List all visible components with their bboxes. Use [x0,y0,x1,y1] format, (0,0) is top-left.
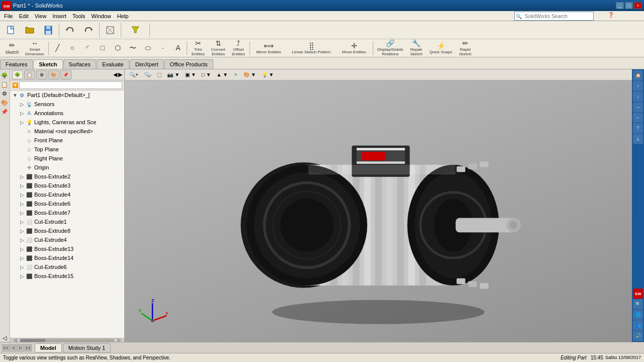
tree-item-top-plane[interactable]: ◇ Top Plane [10,145,124,154]
be7-expand[interactable]: ▷ [19,210,25,216]
tab-dimxpert[interactable]: DimXpert [130,59,164,69]
menu-tools[interactable]: Tools [69,12,89,20]
view-home-btn[interactable]: 🏠 [633,70,643,80]
menu-insert[interactable]: Insert [49,12,69,20]
zoom-fit-btn[interactable]: ⬚ [154,70,164,79]
panel-minimize-btn[interactable]: ◀ [113,71,117,78]
open-button[interactable] [21,24,39,37]
annotations-expand[interactable]: ▷ [19,110,25,116]
tree-item-boss-extrude13[interactable]: ▷ ⬛ Boss-Extrude13 [10,244,124,253]
arc-button[interactable]: ◜ [80,42,95,54]
be4-expand[interactable]: ▷ [19,192,25,198]
hide-show-btn[interactable]: □ ▼ [199,70,214,79]
tree-item-cut-extrude1[interactable]: ▷ ⬜ Cut-Extrude1 [10,217,124,226]
scroll-right[interactable]: ▷ [114,338,124,342]
zoom-in-btn[interactable]: 🔍+ [127,70,141,79]
volume-btn[interactable]: 🔊 [633,331,643,341]
cm-tab-btn[interactable]: ⚙ [36,70,47,79]
mirror-entities-button[interactable]: ⟺ Mirror Entities [251,40,286,56]
community-btn[interactable]: 👥 [633,320,643,330]
view-left-icon[interactable]: ◁ [1,334,9,342]
be15-expand[interactable]: ▷ [19,273,25,279]
polygon-button[interactable]: ⬡ [110,42,125,54]
save-button[interactable] [39,24,57,37]
menu-help[interactable]: Help [114,12,132,20]
tree-item-boss-extrude14[interactable]: ▷ ⬛ Boss-Extrude14 [10,253,124,262]
tree-item-right-plane[interactable]: ◇ Right Plane [10,154,124,163]
rapid-sketch-button[interactable]: ✏ RapidSketch [455,38,475,58]
pm-tab-btn[interactable]: 📋 [24,70,35,79]
be3-expand[interactable]: ▷ [19,183,25,189]
view-top-btn[interactable]: ⊤ [633,123,643,133]
close-button[interactable]: × [634,2,642,9]
view-orientation-btn[interactable]: 📷 ▼ [165,70,182,79]
menu-view[interactable]: View [32,12,50,20]
scroll-left[interactable]: ◁ [10,338,20,342]
new-button[interactable] [2,24,20,37]
tree-item-cut-extrude4[interactable]: ▷ ⬜ Cut-Extrude4 [10,235,124,244]
view-selector[interactable] [101,24,119,37]
tab-evaluate[interactable]: Evaluate [97,59,129,69]
spline-button[interactable]: 〜 [125,42,140,54]
view-front-btn[interactable]: ↑ [633,81,643,91]
tree-item-cut-extrude6[interactable]: ▷ ⬜ Cut-Extrude6 [10,262,124,272]
tree-item-boss-extrude3[interactable]: ▷ ⬛ Boss-Extrude3 [10,181,124,190]
bottom-tab-motion-study[interactable]: Motion Study 1 [63,343,111,352]
minimize-button[interactable]: _ [616,2,624,9]
appearance-manager-icon[interactable]: 🎨 [1,99,9,107]
ce6-expand[interactable]: ▷ [19,264,25,270]
ellipse-button[interactable]: ⬭ [140,42,155,54]
tree-item-annotations[interactable]: ▷ A Annotations [10,109,124,118]
selection-filter[interactable] [123,24,148,37]
view-back-btn[interactable]: ↓ [633,92,643,102]
undo-button[interactable] [61,24,79,37]
lights-expand[interactable]: ▷ [19,119,25,125]
sensors-expand[interactable]: ▷ [19,101,25,107]
scroll-thumb[interactable] [20,339,45,342]
nav-prev-btn[interactable]: ◁ [10,344,17,351]
be14-expand[interactable]: ▷ [19,255,25,261]
realview-btn[interactable]: ☀ [231,70,240,79]
search-input[interactable] [523,12,593,20]
be2-expand[interactable]: ▷ [19,173,25,179]
rect-button[interactable]: □ [95,42,110,54]
tree-item-boss-extrude8[interactable]: ▷ ⬛ Boss-Extrude8 [10,226,124,235]
convert-entities-button[interactable]: ⇅ ConvertEntities [208,38,228,58]
tree-tab-btn[interactable]: 🌳 [12,70,23,79]
tab-features[interactable]: Features [0,59,33,69]
tab-sketch[interactable]: Sketch [33,59,62,69]
tree-item-boss-extrude7[interactable]: ▷ ⬛ Boss-Extrude7 [10,208,124,217]
display-delete-button[interactable]: 🔗 Display/DeleteRelations [374,38,407,58]
root-expand[interactable]: ▼ [12,92,18,98]
point-button[interactable]: · [155,42,171,54]
tree-item-sensors[interactable]: ▷ 📡 Sensors [10,100,124,109]
maximize-button[interactable]: □ [625,2,633,9]
view-left-btn[interactable]: ← [633,113,643,123]
scroll-track[interactable] [20,339,114,342]
circle-button[interactable]: ○ [65,42,80,54]
text-button[interactable]: A [171,42,186,54]
tree-root[interactable]: ▼ ⚙ Part1 (Default<Default>_[ [10,90,124,100]
selection-btn[interactable]: ▲ ▼ [214,70,230,79]
appearances-btn[interactable]: 🎨 ▼ [241,70,259,79]
tab-surfaces[interactable]: Surfaces [63,59,96,69]
menu-window[interactable]: Window [89,12,114,20]
panel-minimize-btn2[interactable]: ▶ [118,71,122,78]
move-entities-button[interactable]: ✛ Move Entities [337,40,372,56]
panel-scrollbar[interactable]: ◁ ▷ [10,338,124,342]
trim-entities-button[interactable]: ✂ TrimEntities [188,38,208,58]
offset-entities-button[interactable]: ⤴ OffsetEntities [228,38,249,58]
sketch-button[interactable]: ✏ Sketch [2,40,22,56]
viewport[interactable]: 🔍+ 🔍- ⬚ 📷 ▼ ▣ ▼ □ ▼ ▲ ▼ ☀ 🎨 ▼ 💡 ▼ [125,69,644,342]
ce4-expand[interactable]: ▷ [19,237,25,243]
menu-edit[interactable]: Edit [16,12,32,20]
display-style-btn[interactable]: ▣ ▼ [183,70,199,79]
zoom-out-btn[interactable]: 🔍- [141,70,154,79]
view-bottom-btn[interactable]: ⊥ [633,134,643,144]
nav-first-btn[interactable]: |◁ [2,344,9,351]
redo-button[interactable] [79,24,98,37]
be13-expand[interactable]: ▷ [19,246,25,252]
custom-tab-btn[interactable]: 📌 [60,70,71,79]
nav-last-btn[interactable]: ▷| [25,344,32,351]
smart-dimension-button[interactable]: ↔ SmartDimension [22,38,47,58]
